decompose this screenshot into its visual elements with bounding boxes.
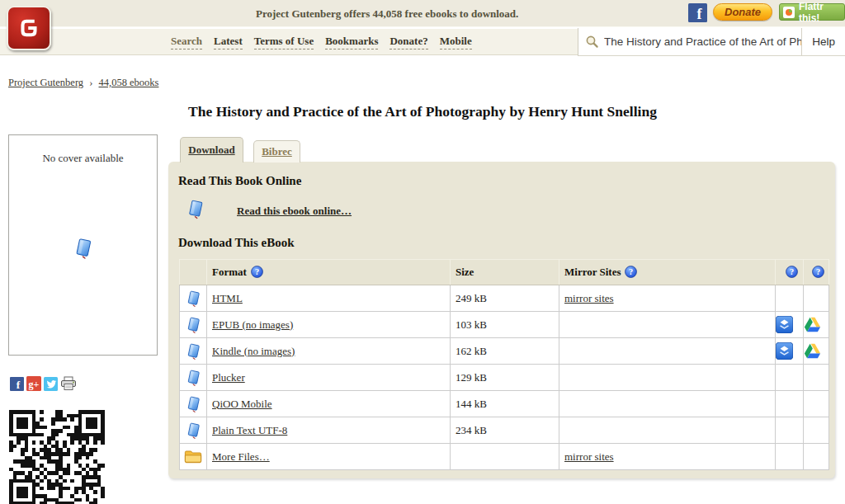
help-icon[interactable]: ? bbox=[786, 266, 798, 278]
breadcrumb-home-link[interactable]: Project Gutenberg bbox=[8, 77, 83, 88]
read-online-link[interactable]: Read this ebook online… bbox=[237, 205, 352, 218]
tab-bibrec[interactable]: Bibrec bbox=[253, 140, 300, 163]
dropbox-cell bbox=[776, 391, 804, 417]
nav-item-terms-of-use[interactable]: Terms of Use bbox=[254, 35, 314, 49]
dropbox-icon[interactable] bbox=[776, 316, 803, 333]
tab-bibrec-label[interactable]: Bibrec bbox=[262, 145, 292, 158]
svg-text:?: ? bbox=[629, 267, 633, 276]
gdrive-cell bbox=[804, 365, 829, 391]
svg-text:f: f bbox=[697, 6, 703, 22]
gutenberg-logo-icon bbox=[14, 13, 44, 43]
googleplus-share-icon[interactable]: g+ bbox=[26, 376, 41, 394]
table-row: HTML249 kBmirror sites bbox=[180, 285, 829, 312]
book-icon bbox=[186, 315, 201, 334]
gutenberg-book-page: Project Gutenberg offers 44,058 free ebo… bbox=[0, 0, 845, 504]
format-link[interactable]: Plain Text UTF-8 bbox=[212, 424, 287, 436]
gdrive-icon[interactable] bbox=[804, 343, 828, 359]
format-link[interactable]: HTML bbox=[212, 292, 243, 304]
download-heading: Download This eBook bbox=[178, 236, 295, 250]
nav-item-donate[interactable]: Donate? bbox=[389, 35, 427, 49]
nav-item-search[interactable]: Search bbox=[171, 35, 202, 49]
mirror-cell bbox=[559, 338, 776, 365]
table-row: Plucker129 kB bbox=[180, 365, 829, 391]
svg-text:?: ? bbox=[789, 267, 793, 276]
size-text: 162 kB bbox=[456, 345, 487, 357]
gdrive-cell bbox=[804, 391, 829, 417]
no-cover-text: No cover available bbox=[9, 152, 157, 165]
format-cell: Plucker bbox=[207, 365, 451, 391]
qr-code bbox=[9, 410, 105, 504]
format-link[interactable]: Plucker bbox=[212, 371, 245, 384]
download-panel: Read This Book Online Read this ebook on… bbox=[168, 162, 835, 478]
mirror-cell bbox=[559, 312, 776, 338]
nav-item-latest[interactable]: Latest bbox=[214, 35, 243, 49]
table-row: Kindle (no images)162 kB bbox=[180, 338, 829, 365]
book-icon bbox=[186, 421, 201, 440]
dropbox-cell bbox=[776, 417, 804, 444]
format-cell: QiOO Mobile bbox=[207, 391, 451, 417]
tab-download-label[interactable]: Download bbox=[188, 144, 234, 157]
format-cell: EPUB (no images) bbox=[207, 312, 451, 338]
files-table: Format?SizeMirror Sites??? HTML249 kBmir… bbox=[179, 259, 829, 470]
dropbox-cell bbox=[776, 365, 804, 391]
help-icon[interactable]: ? bbox=[625, 266, 637, 278]
gdrive-cell bbox=[804, 312, 829, 338]
facebook-share-icon[interactable]: f bbox=[10, 377, 24, 394]
dropbox-cell bbox=[776, 444, 804, 470]
column-header-blank: ? bbox=[776, 260, 804, 285]
flattr-button[interactable]: Flattr this! bbox=[779, 3, 845, 21]
size-cell: 103 kB bbox=[451, 312, 559, 338]
flattr-icon bbox=[783, 7, 795, 18]
gdrive-cell bbox=[804, 285, 829, 312]
mirror-sites-link[interactable]: mirror sites bbox=[564, 292, 614, 304]
breadcrumb-separator: › bbox=[89, 77, 92, 88]
size-cell: 162 kB bbox=[451, 338, 559, 365]
mirror-cell: mirror sites bbox=[559, 444, 776, 470]
print-icon[interactable] bbox=[60, 376, 77, 394]
row-icon-cell bbox=[180, 417, 207, 444]
nav-item-mobile[interactable]: Mobile bbox=[440, 35, 472, 49]
mirror-sites-link[interactable]: mirror sites bbox=[564, 450, 614, 463]
size-text: 129 kB bbox=[456, 371, 487, 384]
dropbox-cell bbox=[776, 285, 804, 312]
format-cell: More Files… bbox=[207, 444, 451, 470]
search-icon bbox=[585, 35, 599, 49]
table-row: More Files…mirror sites bbox=[180, 444, 829, 470]
dropbox-cell bbox=[776, 312, 804, 338]
book-icon bbox=[186, 368, 201, 387]
svg-text:f: f bbox=[17, 379, 21, 391]
tab-download[interactable]: Download bbox=[180, 137, 243, 163]
gdrive-icon[interactable] bbox=[804, 317, 828, 332]
size-text: 144 kB bbox=[456, 398, 487, 410]
facebook-icon[interactable]: f bbox=[688, 3, 707, 22]
nav-item-bookmarks[interactable]: Bookmarks bbox=[325, 35, 378, 49]
book-icon bbox=[186, 198, 205, 219]
svg-text:?: ? bbox=[255, 267, 259, 276]
row-icon-cell bbox=[180, 391, 207, 417]
nav-links: Search Latest Terms of Use Bookmarks Don… bbox=[171, 29, 472, 54]
search-box: Help bbox=[578, 28, 845, 56]
site-slogan: Project Gutenberg offers 44,058 free ebo… bbox=[256, 7, 518, 21]
book-icon bbox=[73, 236, 93, 260]
twitter-share-icon[interactable] bbox=[44, 377, 58, 394]
breadcrumb-ebooks-link[interactable]: 44,058 ebooks bbox=[99, 77, 159, 88]
folder-icon bbox=[184, 449, 202, 464]
dropbox-icon[interactable] bbox=[776, 342, 803, 360]
help-link[interactable]: Help bbox=[801, 28, 845, 55]
size-text: 234 kB bbox=[456, 424, 487, 436]
gutenberg-logo[interactable] bbox=[7, 6, 51, 50]
help-icon[interactable]: ? bbox=[251, 266, 263, 278]
svg-text:g+: g+ bbox=[29, 379, 40, 390]
row-icon-cell bbox=[180, 444, 207, 470]
search-input[interactable] bbox=[604, 35, 801, 48]
row-icon-cell bbox=[180, 338, 207, 365]
format-link[interactable]: More Files… bbox=[212, 450, 270, 463]
share-buttons: f g+ bbox=[10, 376, 77, 394]
format-link[interactable]: EPUB (no images) bbox=[212, 318, 293, 331]
format-link[interactable]: QiOO Mobile bbox=[212, 398, 272, 410]
format-link[interactable]: Kindle (no images) bbox=[212, 345, 295, 357]
column-header-blank: ? bbox=[804, 260, 829, 285]
column-label: Size bbox=[456, 266, 474, 278]
help-icon[interactable]: ? bbox=[812, 266, 824, 278]
donate-button[interactable]: Donate bbox=[713, 3, 772, 21]
